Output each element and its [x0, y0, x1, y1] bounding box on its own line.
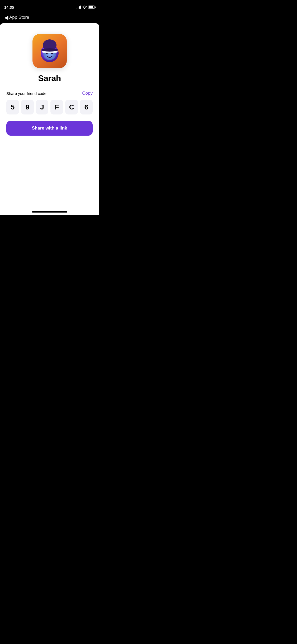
friend-code-label: Share your friend code [6, 91, 46, 96]
code-characters: 5 9 J F C 6 [6, 100, 93, 114]
friend-code-header: Share your friend code Copy [6, 91, 93, 96]
status-bar: 14:35 [0, 0, 99, 12]
code-char-2: J [36, 100, 49, 114]
signal-icon [77, 6, 81, 9]
main-content: Sarah Share your friend code Copy 5 9 J … [0, 23, 99, 215]
app-icon [32, 34, 67, 68]
copy-button[interactable]: Copy [82, 91, 93, 96]
user-name: Sarah [38, 73, 61, 83]
code-char-3: F [50, 100, 63, 114]
status-time: 14:35 [4, 5, 14, 10]
battery-icon [88, 6, 95, 9]
back-button[interactable]: ◀ App Store [4, 15, 29, 20]
code-char-1: 9 [21, 100, 34, 114]
friend-code-section: Share your friend code Copy 5 9 J F C 6 [6, 91, 93, 121]
code-char-0: 5 [6, 100, 19, 114]
share-with-link-button[interactable]: Share with a link [6, 121, 93, 136]
nav-bar: ◀ App Store [0, 12, 99, 23]
svg-point-4 [41, 48, 58, 52]
status-icons [77, 6, 95, 9]
character-icon [36, 38, 63, 64]
wifi-icon [82, 6, 87, 9]
code-char-5: 6 [80, 100, 93, 114]
share-button-label: Share with a link [32, 126, 67, 131]
back-label: App Store [9, 15, 29, 20]
back-chevron-icon: ◀ [4, 15, 8, 20]
home-indicator [32, 211, 67, 213]
code-char-4: C [65, 100, 78, 114]
